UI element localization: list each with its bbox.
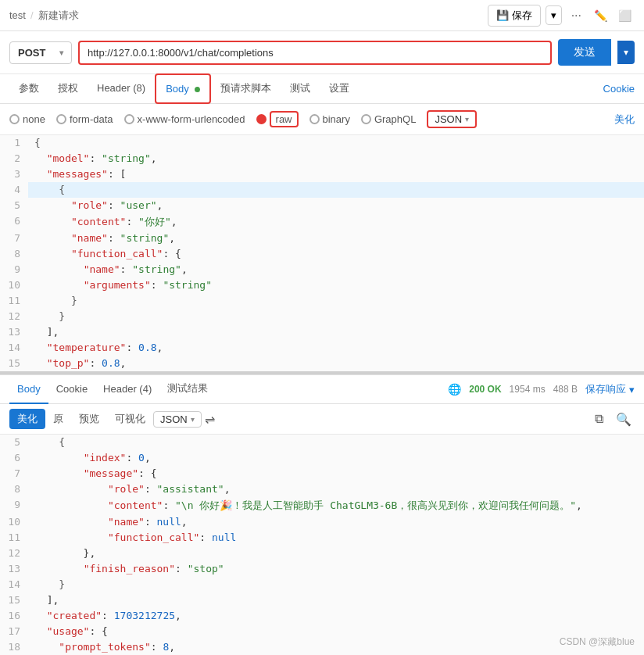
line-content-15: "top_p": 0.8, — [28, 356, 644, 371]
save-resp-chevron-icon: ▾ — [629, 384, 635, 396]
resp-tab-body[interactable]: Body — [9, 375, 48, 404]
resp-line-7: 7 "message": { — [0, 466, 644, 481]
resp-line-content-11: "function_call": null — [28, 530, 644, 546]
line-content-9: "name": "string", — [28, 262, 644, 277]
request-line-3: 3 "messages": [ — [0, 166, 644, 182]
line-num-11: 11 — [0, 293, 28, 309]
resp-preview-btn[interactable]: 预览 — [71, 409, 107, 429]
resp-line-num-17: 17 — [0, 624, 28, 639]
line-content-12: } — [28, 309, 644, 324]
resp-line-10: 10 "name": null, — [0, 514, 644, 530]
resp-json-dropdown[interactable]: JSON ▾ — [153, 411, 202, 428]
resp-line-num-14: 14 — [0, 577, 28, 592]
radio-form-data[interactable]: form-data — [56, 113, 113, 125]
line-num-3: 3 — [0, 166, 28, 182]
response-code-editor[interactable]: 5 { 6 "index": 0, 7 "message": { 8 "role… — [0, 435, 644, 655]
radio-dot-form-data — [56, 114, 66, 124]
line-content-1: { — [28, 135, 644, 151]
resp-tabs-left: Body Cookie Header (4) 测试结果 — [9, 374, 216, 405]
resp-tools-right: ⧉ 🔍 — [592, 410, 635, 428]
save-icon: 💾 — [496, 9, 509, 21]
save-label: 保存 — [512, 9, 532, 23]
line-content-8: "function_call": { — [28, 246, 644, 262]
resp-tab-cookie[interactable]: Cookie — [48, 375, 95, 404]
resp-line-num-16: 16 — [0, 608, 28, 624]
request-line-10: 10 "arguments": "string" — [0, 277, 644, 293]
save-dropdown-button[interactable]: ▾ — [546, 5, 562, 25]
radio-dot-raw — [256, 114, 267, 124]
tab-test[interactable]: 测试 — [281, 73, 320, 105]
resp-line-num-11: 11 — [0, 530, 28, 546]
line-content-4: { — [28, 182, 644, 198]
request-line-2: 2 "model": "string", — [0, 151, 644, 166]
resp-copy-icon-button[interactable]: ⧉ — [592, 410, 606, 428]
send-button[interactable]: 发送 — [558, 39, 611, 66]
resp-line-6: 6 "index": 0, — [0, 450, 644, 466]
resp-line-content-9: "content": "\n 你好🎉！我是人工智能助手 ChatGLM3-6B，… — [28, 497, 644, 514]
resp-beautify-btn[interactable]: 美化 — [9, 409, 45, 429]
tab-params[interactable]: 参数 — [9, 73, 48, 105]
resp-line-17: 17 "usage": { — [0, 624, 644, 639]
tab-pre-script[interactable]: 预请求脚本 — [211, 73, 281, 105]
request-line-1: 1 { — [0, 135, 644, 151]
line-num-4: 4 — [0, 182, 28, 198]
resp-line-11: 11 "function_call": null — [0, 530, 644, 546]
radio-binary[interactable]: binary — [309, 113, 350, 125]
save-button[interactable]: 💾 保存 — [488, 5, 541, 27]
resp-line-content-12: }, — [28, 546, 644, 561]
resp-visualize-btn[interactable]: 可视化 — [107, 409, 153, 429]
resp-line-18: 18 "prompt_tokens": 8, — [0, 639, 644, 655]
line-num-12: 12 — [0, 309, 28, 324]
edit-icon-button[interactable]: ✏️ — [591, 6, 610, 25]
resp-filter-icon-button[interactable]: ⇌ — [202, 410, 218, 428]
line-content-13: ], — [28, 324, 644, 340]
radio-raw[interactable]: raw — [256, 111, 299, 127]
more-options-button[interactable]: ··· — [567, 7, 586, 24]
tab-settings[interactable]: 设置 — [320, 73, 359, 105]
resp-line-content-8: "role": "assistant", — [28, 481, 644, 497]
binary-label: binary — [323, 113, 350, 125]
beautify-button[interactable]: 美化 — [614, 113, 635, 127]
json-type-dropdown[interactable]: JSON ▾ — [427, 110, 477, 128]
top-bar-actions: 💾 保存 ▾ ··· ✏️ ⬜ — [488, 5, 635, 27]
resp-line-12: 12 }, — [0, 546, 644, 561]
request-tabs: 参数 授权 Header (8) Body 预请求脚本 测试 设置 Cookie — [0, 74, 644, 104]
resp-tools-left: 美化 原 预览 可视化 JSON ▾ ⇌ — [9, 409, 218, 429]
resp-line-num-9: 9 — [0, 497, 28, 514]
radio-dot-binary — [309, 114, 320, 124]
save-response-button[interactable]: 保存响应 ▾ — [585, 382, 635, 396]
url-input[interactable]: http://127.0.0.1:8000/v1/chat/completion… — [78, 41, 552, 65]
resp-line-15: 15 ], — [0, 592, 644, 608]
resp-tab-test-result[interactable]: 测试结果 — [159, 374, 216, 405]
send-dropdown-button[interactable]: ▾ — [617, 41, 635, 64]
radio-none[interactable]: none — [9, 113, 45, 125]
method-label: POST — [18, 47, 45, 59]
resp-line-content-5: { — [28, 435, 644, 450]
tab-body[interactable]: Body — [155, 73, 211, 104]
line-content-7: "name": "string", — [28, 231, 644, 246]
resp-raw-btn[interactable]: 原 — [45, 409, 71, 429]
resp-line-num-15: 15 — [0, 592, 28, 608]
resp-tab-header[interactable]: Header (4) — [95, 375, 159, 404]
method-select[interactable]: POST ▾ — [9, 41, 72, 64]
body-types: none form-data x-www-form-urlencoded raw… — [9, 110, 477, 128]
layout-icon-button[interactable]: ⬜ — [615, 6, 635, 25]
radio-graphql[interactable]: GraphQL — [361, 113, 416, 125]
breadcrumb-new: 新建请求 — [38, 9, 79, 23]
line-content-3: "messages": [ — [28, 166, 644, 182]
chevron-down-icon: ▾ — [551, 9, 556, 21]
cookie-tab[interactable]: Cookie — [603, 83, 635, 95]
tab-auth[interactable]: 授权 — [48, 73, 88, 105]
resp-line-num-8: 8 — [0, 481, 28, 497]
url-text: http://127.0.0.1:8000/v1/chat/completion… — [88, 47, 274, 59]
radio-urlencoded[interactable]: x-www-form-urlencoded — [124, 113, 245, 125]
resp-line-content-14: } — [28, 577, 644, 592]
line-num-5: 5 — [0, 198, 28, 213]
urlencoded-label: x-www-form-urlencoded — [138, 113, 245, 125]
resp-search-icon-button[interactable]: 🔍 — [613, 410, 635, 428]
method-chevron-icon: ▾ — [59, 48, 63, 57]
request-code-editor[interactable]: 1 { 2 "model": "string", 3 "messages": [… — [0, 135, 644, 374]
request-line-12: 12 } — [0, 309, 644, 324]
tab-header[interactable]: Header (8) — [88, 74, 155, 103]
resp-line-content-7: "message": { — [28, 466, 644, 481]
